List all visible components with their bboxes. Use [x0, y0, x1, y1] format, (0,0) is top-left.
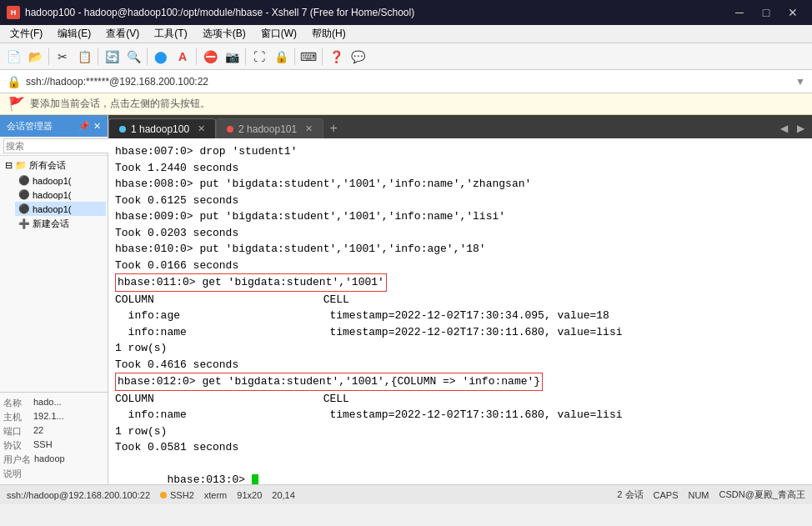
tab-nav-right[interactable]: ▶: [792, 118, 809, 138]
photo-button[interactable]: 📷: [222, 47, 242, 67]
menu-tabs[interactable]: 选项卡(B): [196, 25, 253, 43]
fullscreen-button[interactable]: ⛶: [249, 47, 269, 67]
refresh-button[interactable]: 🔄: [102, 47, 122, 67]
term-line-highlight-2: hbase:012:0> get 'bigdata:student','1001…: [115, 373, 805, 391]
notice-arrow-icon: 🚩: [8, 96, 25, 112]
status-brand: CSDN@夏殿_青高王: [719, 488, 805, 501]
app-icon: H: [7, 6, 20, 19]
connect-button[interactable]: ⬤: [151, 47, 171, 67]
menu-edit[interactable]: 编辑(E): [51, 25, 98, 43]
info-label-desc: 说明: [3, 468, 30, 480]
notice-bar: 🚩 要添加当前会话，点击左侧的箭头按钮。: [0, 93, 812, 115]
toolbar-separator-5: [245, 48, 246, 65]
info-value-host: 192.1...: [33, 411, 64, 423]
toolbar-separator-2: [98, 48, 98, 65]
menu-window[interactable]: 窗口(W): [254, 25, 303, 43]
keyboard-button[interactable]: ⌨: [298, 47, 318, 67]
tab-label-1: 1 hadoop100: [131, 123, 189, 135]
toolbar-separator-6: [294, 48, 295, 65]
menu-bar: 文件(F) 编辑(E) 查看(V) 工具(T) 选项卡(B) 窗口(W) 帮助(…: [0, 25, 812, 43]
maximize-button[interactable]: □: [754, 0, 779, 25]
session-icon-2: ⚫: [18, 189, 30, 200]
term-line-colheader-2: COLUMN CELL: [115, 391, 805, 408]
term-line-7: hbase:010:0> put 'bigdata:student','1001…: [115, 241, 805, 258]
session-search-input[interactable]: [3, 138, 123, 153]
font-button[interactable]: A: [173, 47, 193, 67]
info-row-host: 主机 192.1...: [3, 410, 104, 424]
lock-button[interactable]: 🔒: [271, 47, 291, 67]
pin-button[interactable]: 📌: [78, 121, 90, 132]
info-label-username: 用户名: [3, 453, 31, 466]
tab-hadoop100[interactable]: 1 hadoop100 ✕: [108, 118, 216, 138]
toolbar-separator-1: [48, 48, 49, 65]
menu-file[interactable]: 文件(F): [3, 25, 49, 43]
copy-button[interactable]: 📋: [74, 47, 94, 67]
tree-icon: 📁: [15, 160, 27, 171]
minimize-button[interactable]: ─: [727, 0, 752, 25]
address-dropdown-icon[interactable]: ▼: [795, 76, 805, 88]
tab-add-button[interactable]: +: [323, 118, 343, 138]
close-button[interactable]: ✕: [780, 0, 805, 25]
tree-label-3: hadoop1(: [33, 204, 72, 214]
toolbar: 📄 📂 ✂ 📋 🔄 🔍 ⬤ A ⛔ 📷 ⛶ 🔒 ⌨ ❓ 💬: [0, 43, 812, 70]
tab-nav: ◀ ▶: [775, 118, 809, 138]
tab-inactive-dot: [227, 126, 233, 133]
menu-view[interactable]: 查看(V): [99, 25, 146, 43]
status-terminal: xterm: [204, 490, 228, 500]
status-protocol: SSH2: [170, 490, 194, 500]
terminal-cursor: [252, 474, 258, 484]
menu-help[interactable]: 帮助(H): [305, 25, 353, 43]
term-line-1: hbase:007:0> drop 'student1': [115, 143, 805, 160]
info-row-protocol: 协议 SSH: [3, 438, 104, 453]
stop-button[interactable]: ⛔: [200, 47, 220, 67]
tab-close-2[interactable]: ✕: [305, 123, 313, 134]
tree-root[interactable]: ⊟ 📁 所有会话: [2, 158, 106, 173]
help-button[interactable]: ❓: [326, 47, 346, 67]
search-button[interactable]: 🔍: [123, 47, 143, 67]
session-icon-3: ⚫: [18, 203, 30, 214]
terminal[interactable]: hbase:007:0> drop 'student1' Took 1.2440…: [108, 138, 812, 484]
session-info: 名称 hado... 主机 192.1... 端口 22 协议 SSH 用户名 …: [0, 392, 108, 484]
menu-tools[interactable]: 工具(T): [148, 25, 193, 43]
window-title: hadoop100 - hadoop@hadoop100:/opt/module…: [25, 7, 414, 18]
toolbar-separator-4: [196, 48, 197, 65]
tree-item-hadoop1[interactable]: ⚫ hadoop1(: [15, 173, 106, 188]
info-value-port: 22: [33, 425, 43, 438]
tree-item-hadoop2[interactable]: ⚫ hadoop1(: [15, 188, 106, 202]
tree-expand-icon: ⊟: [5, 160, 13, 171]
term-line-16: info:name timestamp=2022-12-02T17:30:11.…: [115, 407, 805, 423]
info-row-desc: 说明: [3, 467, 104, 481]
term-line-6: Took 0.0203 seconds: [115, 225, 805, 242]
lock-icon: 🔒: [7, 75, 21, 88]
session-manager-close-button[interactable]: ✕: [93, 121, 101, 132]
status-protocol-seg: SSH2: [160, 490, 194, 500]
tree-item-hadoop3[interactable]: ⚫ hadoop1(: [15, 202, 106, 216]
info-label-name: 名称: [3, 397, 30, 409]
info-value-username: hadoop: [34, 453, 65, 466]
term-line-17: 1 row(s): [115, 423, 805, 440]
status-dot: [160, 492, 167, 498]
term-line-cursor: hbase:013:0>: [115, 456, 805, 485]
tab-nav-left[interactable]: ◀: [775, 118, 792, 138]
term-line-11: info:name timestamp=2022-12-02T17:30:11.…: [115, 324, 805, 341]
tab-label-2: 2 hadoop101: [238, 123, 297, 135]
term-line-2: Took 1.2440 seconds: [115, 160, 805, 177]
term-line-12: 1 row(s): [115, 340, 805, 357]
cut-button[interactable]: ✂: [53, 47, 73, 67]
notice-text: 要添加当前会话，点击左侧的箭头按钮。: [30, 97, 210, 111]
tabs-container: 1 hadoop100 ✕ 2 hadoop101 ✕ + ◀ ▶ hbase:…: [108, 115, 812, 484]
tree-item-new[interactable]: ➕ 新建会话: [15, 216, 106, 232]
tab-close-1[interactable]: ✕: [198, 123, 205, 134]
status-bar: ssh://hadoop@192.168.200.100:22 SSH2 xte…: [0, 484, 812, 504]
chat-button[interactable]: 💬: [348, 47, 368, 67]
term-line-13: Took 0.4616 seconds: [115, 357, 805, 373]
tab-hadoop101[interactable]: 2 hadoop101 ✕: [216, 118, 323, 138]
address-text: ssh://hadoop:******@192.168.200.100:22: [26, 76, 790, 88]
status-size: 91x20: [237, 490, 262, 500]
tab-bar: 1 hadoop100 ✕ 2 hadoop101 ✕ + ◀ ▶: [108, 115, 812, 138]
new-file-button[interactable]: 📄: [3, 47, 23, 67]
status-ssh-text: ssh://hadoop@192.168.200.100:22: [7, 490, 150, 500]
open-button[interactable]: 📂: [25, 47, 45, 67]
tree-label-1: hadoop1(: [33, 176, 72, 186]
title-bar: H hadoop100 - hadoop@hadoop100:/opt/modu…: [0, 0, 812, 25]
